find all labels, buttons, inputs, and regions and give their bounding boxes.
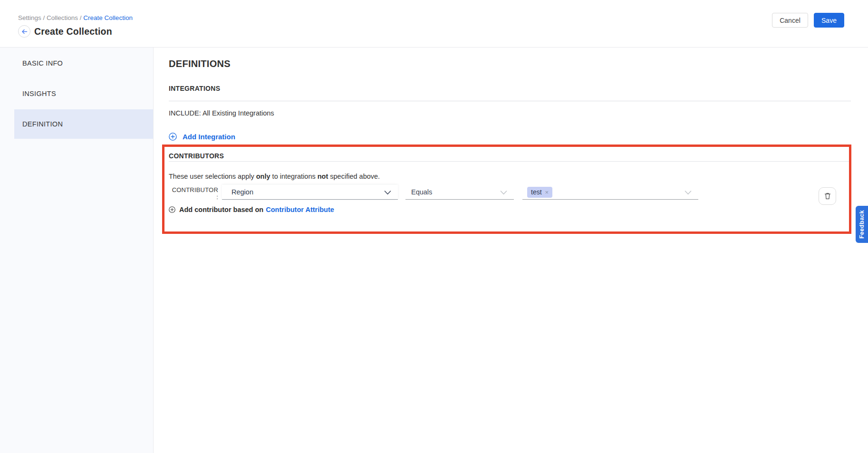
content-area: DEFINITIONS INTEGRATIONS INCLUDE: All Ex…	[154, 48, 868, 453]
value-chip: test ×	[527, 187, 552, 198]
plus-circle-icon	[169, 206, 175, 213]
breadcrumb: Settings / Collections / Create Collecti…	[18, 14, 868, 21]
contributor-row-label: CONTRIBUTOR :	[169, 185, 218, 201]
chevron-down-icon	[500, 191, 507, 195]
contributors-note: These user selections apply only to inte…	[169, 173, 851, 181]
note-bold-not: not	[318, 173, 328, 180]
arrow-left-icon	[21, 29, 28, 34]
breadcrumb-current[interactable]: Create Collection	[83, 14, 133, 21]
breadcrumb-settings[interactable]: Settings	[18, 14, 41, 21]
note-text: specified above.	[328, 173, 380, 180]
chevron-down-icon	[384, 191, 391, 195]
header-actions: Cancel Save	[772, 13, 844, 28]
add-contributor-row: Add contributor based on Contributor Att…	[169, 205, 851, 214]
sidebar-item-basic-info[interactable]: BASIC INFO	[14, 48, 153, 78]
breadcrumb-collections[interactable]: Collections	[47, 14, 78, 21]
add-contributor-text: Add contributor based on	[179, 206, 263, 213]
definitions-heading: DEFINITIONS	[169, 58, 851, 69]
back-button[interactable]	[18, 25, 30, 38]
note-text: to integrations	[270, 173, 318, 180]
operator-select[interactable]: Equals	[405, 185, 514, 200]
delete-rule-button[interactable]	[819, 187, 836, 205]
page-title: Create Collection	[34, 26, 112, 37]
note-bold-only: only	[256, 173, 270, 180]
layout: BASIC INFO INSIGHTS DEFINITION DEFINITIO…	[0, 48, 868, 453]
include-integrations-text: INCLUDE: All Existing Integrations	[169, 109, 851, 117]
breadcrumb-separator: /	[78, 14, 83, 21]
add-integration-button[interactable]: Add Integration	[169, 132, 851, 141]
sidebar: BASIC INFO INSIGHTS DEFINITION	[0, 48, 154, 453]
trash-icon	[824, 192, 831, 200]
integrations-section-label: INTEGRATIONS	[169, 85, 851, 101]
values-multiselect[interactable]: test ×	[522, 185, 698, 200]
note-text: These user selections apply	[169, 173, 256, 180]
value-chip-label: test	[531, 188, 542, 196]
contributor-label-text: CONTRIBUTOR	[172, 186, 218, 193]
contributor-label-colon: :	[169, 193, 218, 201]
save-button[interactable]: Save	[814, 13, 844, 28]
attribute-select[interactable]: Region	[222, 185, 398, 200]
sidebar-item-insights[interactable]: INSIGHTS	[14, 78, 153, 109]
contributor-attribute-link[interactable]: Contributor Attribute	[266, 206, 334, 213]
chevron-down-icon	[685, 191, 692, 195]
add-integration-label: Add Integration	[183, 133, 235, 141]
operator-select-value: Equals	[411, 188, 432, 196]
chip-remove-icon[interactable]: ×	[545, 189, 549, 196]
contributors-section-label: CONTRIBUTORS	[169, 152, 851, 162]
attribute-select-value: Region	[231, 188, 253, 196]
feedback-tab[interactable]: Feedback	[856, 206, 868, 243]
feedback-label: Feedback	[858, 210, 865, 239]
plus-circle-icon	[169, 133, 177, 141]
cancel-button[interactable]: Cancel	[772, 13, 808, 28]
sidebar-item-definition[interactable]: DEFINITION	[14, 109, 153, 139]
breadcrumb-separator: /	[41, 14, 47, 21]
page-header: Settings / Collections / Create Collecti…	[0, 0, 868, 48]
title-row: Create Collection	[18, 25, 868, 38]
contributor-rule-row: CONTRIBUTOR : Region Equals test ×	[169, 185, 851, 201]
